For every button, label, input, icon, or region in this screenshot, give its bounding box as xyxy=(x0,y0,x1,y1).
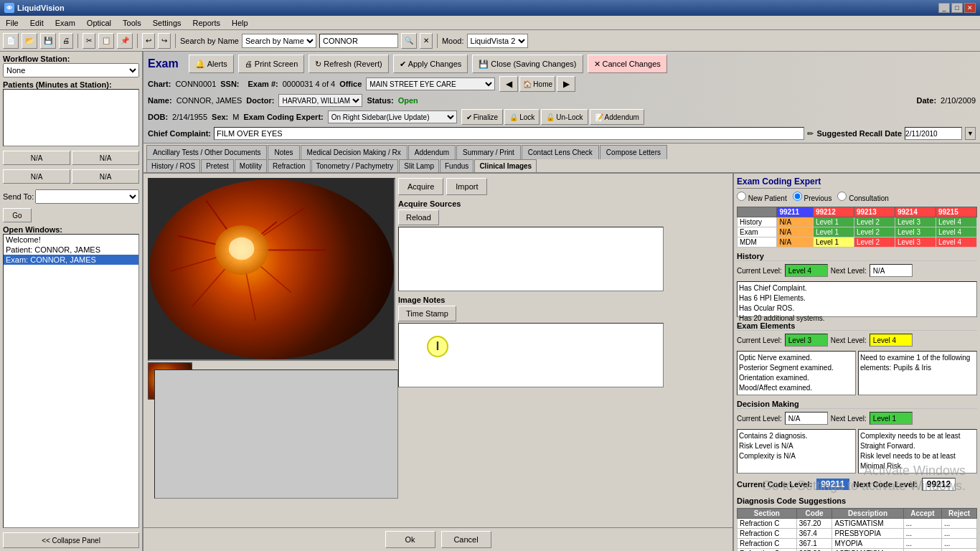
tab-summary[interactable]: Summary / Print xyxy=(456,145,521,159)
timestamp-btn[interactable]: Time Stamp xyxy=(398,306,456,321)
tab-slit-lamp[interactable]: Slit Lamp xyxy=(399,159,439,172)
tab-fundus[interactable]: Fundus xyxy=(440,159,473,172)
mood-label: Mood: xyxy=(442,37,464,45)
btn-na-4[interactable]: N/A xyxy=(72,169,139,184)
diag-accept-1[interactable]: ... xyxy=(903,529,941,539)
toolbar-print-btn[interactable]: 🖨 xyxy=(59,33,73,49)
tab-addendum[interactable]: Addendum xyxy=(408,145,456,159)
recall-date-input[interactable] xyxy=(905,127,962,140)
tab-contact-lens[interactable]: Contact Lens Check xyxy=(522,145,599,159)
toolbar-new-btn[interactable]: 📄 xyxy=(3,33,19,49)
menu-edit[interactable]: Edit xyxy=(27,18,47,28)
history-description: Has Chief Complaint.Has 6 HPI Elements.H… xyxy=(737,281,977,317)
office-select[interactable]: MAIN STREET EYE CARE xyxy=(366,77,495,90)
tab-history-ros[interactable]: History / ROS xyxy=(146,159,200,172)
tab-clinical-images[interactable]: Clinical Images xyxy=(474,159,537,172)
cancel-btn[interactable]: ✕ Cancel Changes xyxy=(588,55,667,73)
menu-file[interactable]: File xyxy=(3,18,22,28)
import-btn[interactable]: Import xyxy=(446,178,487,195)
print-screen-btn[interactable]: 🖨 Print Screen xyxy=(238,55,305,73)
close-btn[interactable]: 💾 Close (Saving Changes) xyxy=(472,55,583,73)
btn-na-1[interactable]: N/A xyxy=(3,151,70,165)
radio-row: New Patient Previous Consultation xyxy=(737,192,977,202)
btn-na-2[interactable]: N/A xyxy=(72,151,139,165)
diag-accept-3[interactable]: ... xyxy=(903,549,941,552)
acquire-btn[interactable]: Acquire xyxy=(398,178,443,195)
diag-section-1: Refraction C xyxy=(738,529,797,539)
refresh-btn[interactable]: ↻ Refresh (Revert) xyxy=(308,55,388,73)
toolbar-copy-btn[interactable]: 📋 xyxy=(98,33,114,49)
ok-btn[interactable]: Ok xyxy=(385,531,435,548)
finalize-btn[interactable]: ✔ Finalize xyxy=(461,109,503,125)
tab-medical-decision[interactable]: Medical Decision Making / Rx xyxy=(301,145,407,159)
open-windows-list: Welcome! Patient: CONNOR, JAMES Exam: CO… xyxy=(3,234,139,528)
tab-notes[interactable]: Notes xyxy=(268,145,299,159)
history-section-title: History xyxy=(737,252,977,261)
consultation-label[interactable]: Consultation xyxy=(837,192,888,202)
cancel-dialog-btn[interactable]: Cancel xyxy=(441,531,491,548)
toolbar-save-btn[interactable]: 💾 xyxy=(40,33,56,49)
menu-optical[interactable]: Optical xyxy=(84,18,114,28)
new-patient-label[interactable]: New Patient xyxy=(737,192,787,202)
recall-dropdown-btn[interactable]: ▼ xyxy=(965,127,976,140)
image-notes-section: Image Notes Time Stamp I xyxy=(398,296,664,523)
exam-header: Exam 🔔 Alerts 🖨 Print Screen ↻ Refresh (… xyxy=(143,52,980,143)
diag-reject-2[interactable]: ... xyxy=(942,539,977,549)
previous-label[interactable]: Previous xyxy=(793,192,832,202)
menu-reports[interactable]: Reports xyxy=(190,18,224,28)
tab-motility[interactable]: Motility xyxy=(235,159,267,172)
maximize-btn[interactable]: □ xyxy=(951,3,963,13)
window-item-patient[interactable]: Patient: CONNOR, JAMES xyxy=(4,245,138,255)
window-item-welcome[interactable]: Welcome! xyxy=(4,235,138,245)
diag-section-3: Refraction C xyxy=(738,549,797,552)
apply-btn[interactable]: ✔ Apply Changes xyxy=(393,55,468,73)
station-select[interactable]: None xyxy=(3,63,139,77)
menu-exam[interactable]: Exam xyxy=(52,18,78,28)
diag-accept-0[interactable]: ... xyxy=(903,519,941,529)
tab-ancillary[interactable]: Ancillary Tests / Other Documents xyxy=(146,145,267,159)
toolbar-paste-btn[interactable]: 📌 xyxy=(117,33,133,49)
diag-accept-2[interactable]: ... xyxy=(903,539,941,549)
search-input[interactable] xyxy=(319,34,398,48)
toolbar-cut-btn[interactable]: ✂ xyxy=(83,33,95,49)
diag-reject-1[interactable]: ... xyxy=(942,529,977,539)
search-clear-btn[interactable]: ✕ xyxy=(420,33,433,49)
toolbar-open-btn[interactable]: 📂 xyxy=(22,33,37,49)
collapse-panel-btn[interactable]: << Collapse Panel xyxy=(3,532,139,548)
diag-reject-0[interactable]: ... xyxy=(942,519,977,529)
toolbar-undo-btn[interactable]: ↩ xyxy=(142,33,155,49)
recall-section: Suggested Recall Date ▼ xyxy=(816,127,976,140)
search-btn[interactable]: 🔍 xyxy=(401,33,417,49)
diag-reject-3[interactable]: ... xyxy=(942,549,977,552)
alerts-btn[interactable]: 🔔 Alerts xyxy=(189,55,234,73)
tab-tonometry[interactable]: Tonometry / Pachymetry xyxy=(311,159,399,172)
window-item-exam[interactable]: Exam: CONNOR, JAMES xyxy=(4,255,138,265)
lock-btn[interactable]: 🔒 Lock xyxy=(504,109,540,125)
search-type-select[interactable]: Search by Name xyxy=(242,34,316,48)
menu-help[interactable]: Help xyxy=(229,18,251,28)
mood-select[interactable]: LiquidVista 2 xyxy=(467,34,528,48)
nav-back-btn[interactable]: ◀ xyxy=(499,76,518,92)
diag-row-1: Refraction C 367.4 PRESBYOPIA ... ... xyxy=(738,529,977,539)
go-button[interactable]: Go xyxy=(3,208,32,222)
toolbar-redo-btn[interactable]: ↪ xyxy=(158,33,171,49)
send-to-select[interactable] xyxy=(35,189,139,204)
diag-code-1: 367.4 xyxy=(796,529,832,539)
coding-expert-select[interactable]: On Right Sidebar(Live Update) xyxy=(328,110,457,123)
addendum-btn[interactable]: 📝 Addendum xyxy=(590,109,644,125)
chief-complaint-input[interactable] xyxy=(214,127,804,140)
menu-tools[interactable]: Tools xyxy=(120,18,144,28)
close-btn[interactable]: ✕ xyxy=(964,3,976,13)
tab-refraction[interactable]: Refraction xyxy=(268,159,311,172)
doctor-select[interactable]: HARVARD, WILLIAM xyxy=(278,94,362,107)
dm-next-description: Complexity needs to be at least Straight… xyxy=(858,429,977,474)
unlock-btn[interactable]: 🔓 Un-Lock xyxy=(541,109,588,125)
nav-forward-btn[interactable]: ▶ xyxy=(557,76,575,92)
minimize-btn[interactable]: _ xyxy=(938,3,950,13)
tab-compose[interactable]: Compose Letters xyxy=(600,145,667,159)
nav-home-btn[interactable]: 🏠 Home xyxy=(519,76,555,92)
btn-na-3[interactable]: N/A xyxy=(3,169,70,184)
menu-settings[interactable]: Settings xyxy=(150,18,184,28)
tab-pretest[interactable]: Pretest xyxy=(201,159,234,172)
reload-btn[interactable]: Reload xyxy=(398,209,439,225)
